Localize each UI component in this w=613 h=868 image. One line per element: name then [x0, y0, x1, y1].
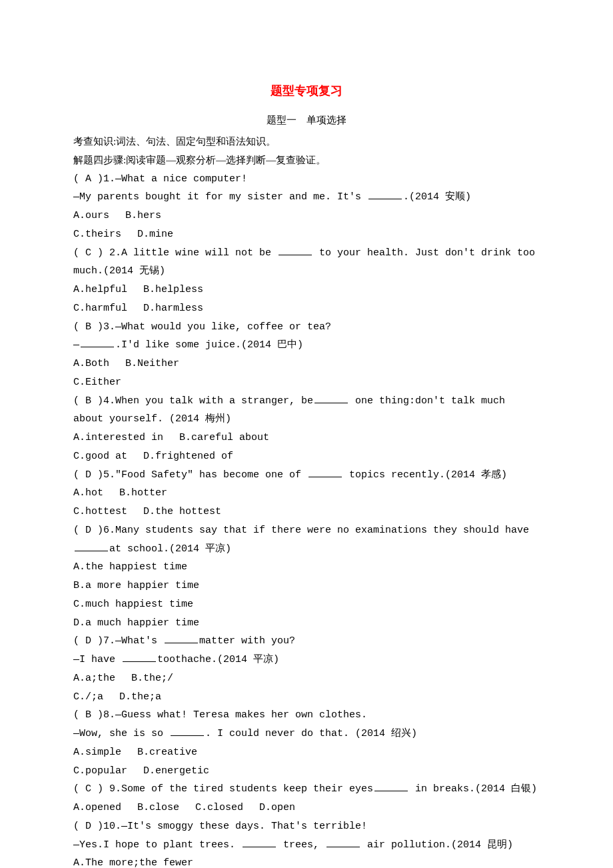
- q3-post: .I'd like some juice.(2014 巴中): [115, 339, 303, 351]
- q3-stem-line1: ( B )3.—What would you like, coffee or t…: [73, 318, 540, 337]
- subtitle: 题型一 单项选择: [73, 111, 540, 130]
- q9-opt-c: C.closed: [195, 802, 243, 813]
- q10-mid: trees,: [277, 839, 325, 851]
- q8-text1: —Guess what! Teresa makes her own clothe…: [115, 709, 367, 721]
- q5-options-row1: A.hotB.hotter: [73, 484, 540, 503]
- q6-opt-a: A.the happiest time: [73, 558, 540, 577]
- blank: [308, 467, 342, 477]
- q6-opt-d: D.a much happier time: [73, 614, 540, 633]
- q6-number: ( D )6.: [73, 525, 115, 536]
- blank: [123, 651, 156, 662]
- q3-number: ( B )3.: [73, 321, 115, 333]
- q5-number: ( D )5.: [73, 469, 115, 481]
- q4-number: ( B )4.: [73, 395, 115, 407]
- blank: [374, 781, 408, 791]
- q6-stem: ( D )6.Many students say that if there w…: [73, 521, 540, 559]
- intro-steps: 解题四步骤:阅读审题—观察分析—选择判断—复查验证。: [73, 151, 540, 170]
- blank: [75, 541, 108, 551]
- q7-pre1: —What's: [115, 635, 163, 647]
- q7-options-row1: A.a;theB.the;/: [73, 669, 540, 688]
- q6-opt-b: B.a more happier time: [73, 577, 540, 595]
- q5-opt-a: A.hot: [73, 487, 103, 499]
- q5-post: topics recently.(2014 孝感): [343, 469, 507, 481]
- q8-stem-line2: —Wow, she is so . I could never do that.…: [73, 725, 540, 743]
- q10-text1: —It's smoggy these days. That's terrible…: [121, 821, 367, 832]
- q1-opt-c: C.theirs: [73, 229, 121, 240]
- q7-stem-line2: —I have toothache.(2014 平凉): [73, 651, 540, 669]
- q3-pre: —: [73, 339, 79, 351]
- q4-opt-c: C.good at: [73, 451, 127, 462]
- main-title: 题型专项复习: [73, 80, 540, 102]
- q8-post: . I could never do that. (2014 绍兴): [205, 728, 417, 739]
- q1-opt-d: D.mine: [137, 229, 173, 240]
- q2-stem: ( C ) 2.A little wine will not be to you…: [73, 244, 540, 281]
- q8-number: ( B )8.: [73, 709, 115, 721]
- q9-opt-a: A.opened: [73, 802, 121, 813]
- q8-options-row2: C.popularD.energetic: [73, 762, 540, 781]
- q7-opt-c: C./;a: [73, 691, 103, 703]
- blank: [171, 725, 204, 736]
- q3-text1: —What would you like, coffee or tea?: [115, 321, 331, 333]
- q1-text2-post: .(2014 安顺): [403, 191, 471, 203]
- q2-opt-b: B.helpless: [143, 284, 203, 295]
- q3-opt-b: B.Neither: [125, 358, 179, 369]
- q5-opt-d: D.the hottest: [143, 506, 221, 517]
- q10-opt-a: A.The more;the fewer: [73, 854, 540, 868]
- q1-number: ( A )1.: [73, 173, 115, 185]
- blank: [314, 393, 348, 403]
- q7-options-row2: C./;aD.the;a: [73, 688, 540, 707]
- q6-pre: Many students say that if there were no …: [115, 525, 529, 536]
- q1-opt-a: A.ours: [73, 210, 109, 221]
- q1-text1: —What a nice computer!: [115, 173, 247, 185]
- blank: [243, 837, 276, 847]
- blank: [368, 189, 402, 199]
- q8-opt-b: B.creative: [137, 747, 197, 758]
- q9-opt-d: D.open: [259, 802, 295, 813]
- q2-pre: A little wine will not be: [121, 247, 277, 259]
- q1-options-row2: C.theirsD.mine: [73, 225, 540, 244]
- q4-stem: ( B )4.When you talk with a stranger, be…: [73, 392, 540, 429]
- q2-opt-d: D.harmless: [143, 303, 203, 314]
- q8-pre: —Wow, she is so: [73, 728, 169, 739]
- q4-pre: When you talk with a stranger, be: [115, 395, 313, 407]
- q10-number: ( D )10.: [73, 821, 121, 832]
- q8-opt-a: A.simple: [73, 747, 121, 758]
- q7-pre2: —I have: [73, 654, 121, 665]
- blank: [165, 633, 198, 643]
- q6-opt-c: C.much happiest time: [73, 595, 540, 614]
- q4-options-row2: C.good atD.frightened of: [73, 447, 540, 466]
- q7-number: ( D )7.: [73, 635, 115, 647]
- q3-options-row1: A.BothB.Neither: [73, 355, 540, 373]
- blank: [279, 245, 312, 255]
- q1-opt-b: B.hers: [125, 210, 161, 221]
- q5-opt-b: B.hotter: [119, 487, 167, 499]
- q3-stem-line2: —.I'd like some juice.(2014 巴中): [73, 336, 540, 355]
- q4-opt-a: A.interested in: [73, 432, 163, 443]
- q2-options-row1: A.helpfulB.helpless: [73, 281, 540, 299]
- q10-post: air pollution.(2014 昆明): [361, 839, 513, 851]
- q8-stem-line1: ( B )8.—Guess what! Teresa makes her own…: [73, 706, 540, 725]
- q2-options-row2: C.harmfulD.harmless: [73, 299, 540, 318]
- blank: [326, 837, 360, 847]
- q10-stem-line2: —Yes.I hope to plant trees. trees, air p…: [73, 836, 540, 855]
- q1-stem-line2: —My parents bought it for my sister and …: [73, 188, 540, 207]
- blank: [81, 337, 114, 347]
- q10-pre: —Yes.I hope to plant trees.: [73, 839, 241, 851]
- q7-stem-line1: ( D )7.—What's matter with you?: [73, 632, 540, 651]
- q9-pre: Some of the tired students keep their ey…: [121, 783, 373, 795]
- q7-post2: toothache.(2014 平凉): [157, 654, 279, 665]
- q9-opt-b: B.close: [137, 802, 179, 813]
- q4-opt-d: D.frightened of: [143, 451, 233, 462]
- q10-stem-line1: ( D )10.—It's smoggy these days. That's …: [73, 817, 540, 836]
- q8-opt-c: C.popular: [73, 765, 127, 777]
- q5-stem: ( D )5."Food Safety" has become one of t…: [73, 466, 540, 485]
- q3-opt-c: C.Either: [73, 377, 121, 388]
- q6-post: at school.(2014 平凉): [109, 543, 231, 555]
- q2-opt-a: A.helpful: [73, 284, 127, 295]
- q7-opt-a: A.a;the: [73, 673, 115, 684]
- q1-options-row1: A.oursB.hers: [73, 207, 540, 225]
- intro-knowledge: 考查知识:词法、句法、固定句型和语法知识。: [73, 133, 540, 151]
- q2-opt-c: C.harmful: [73, 303, 127, 314]
- q9-post: in breaks.(2014 白银): [409, 783, 537, 795]
- q1-stem-line1: ( A )1.—What a nice computer!: [73, 170, 540, 189]
